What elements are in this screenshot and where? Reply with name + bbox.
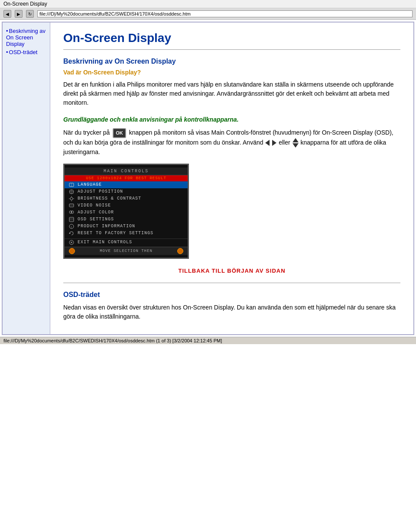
osd-menu-screen: MAIN CONTROLS USE 1280x1024 FOR BEST RES… bbox=[63, 164, 189, 259]
address-bar[interactable] bbox=[37, 10, 413, 17]
osd-footer: MOVE SELECTION THEN bbox=[65, 247, 188, 255]
osd-exit-row: EXIT MAIN CONTROLS bbox=[65, 239, 188, 246]
body-text-1: Det är en funktion i alla Philips monito… bbox=[63, 80, 400, 107]
osd-item-adjust-position: ADJUST POSITION bbox=[65, 188, 188, 195]
content-area: On-Screen Display Beskrivning av On Scre… bbox=[50, 23, 413, 334]
osd-item-label-adjust-color: ADJUST COLOR bbox=[78, 210, 114, 215]
arrow-right-icon bbox=[272, 140, 276, 146]
status-bar: file:///D|/My%20documents/dfu/B2C/SWEDIS… bbox=[0, 337, 416, 344]
osd-item-product-info: i PRODUCT INFORMATION bbox=[65, 223, 188, 230]
eller-text: eller bbox=[279, 139, 290, 146]
browser-chrome: ◀ ▶ ↻ bbox=[0, 8, 416, 20]
osd-item-label-video-noise: VIDEO NOISE bbox=[78, 203, 111, 208]
osd-reset-icon bbox=[68, 231, 75, 236]
green-heading: Grundläggande och enkla anvisningar på k… bbox=[63, 116, 400, 123]
back-button[interactable]: ◀ bbox=[3, 10, 11, 18]
tillbaka-link[interactable]: TILLBAKA TILL BÖRJAN AV SIDAN bbox=[63, 268, 400, 274]
nav-bullet-2: • bbox=[6, 49, 8, 55]
osd-tradet-heading: OSD-trädet bbox=[63, 291, 400, 299]
instruction-paragraph: När du trycker på OK knappen på monitorn… bbox=[63, 128, 400, 157]
osd-item-language: LANGUAGE bbox=[65, 181, 188, 188]
osd-item-brightness: BRIGHTNESS & CONTRAST bbox=[65, 195, 188, 202]
osd-item-adjust-color: ADJUST COLOR bbox=[65, 209, 188, 216]
section1-heading: Beskrivning av On Screen Display bbox=[63, 58, 400, 65]
instruction-text-before-ok: När du trycker på bbox=[63, 129, 110, 136]
osd-item-label-brightness: BRIGHTNESS & CONTRAST bbox=[78, 196, 141, 201]
arrow-up-icon bbox=[292, 138, 299, 142]
osd-item-osd-settings: OSD SETTINGS bbox=[65, 216, 188, 223]
nav-link-beskrivning[interactable]: •Beskrivning av On Screen Display bbox=[6, 28, 46, 47]
main-frame: •Beskrivning av On Screen Display •OSD-t… bbox=[2, 22, 414, 335]
svg-point-13 bbox=[71, 211, 74, 213]
osd-item-label-adjust-position: ADJUST POSITION bbox=[78, 189, 123, 194]
gold-question: Vad är On-Screen Display? bbox=[63, 69, 400, 76]
title-bar: On-Screen Display bbox=[0, 0, 416, 8]
svg-rect-10 bbox=[69, 204, 74, 207]
osd-bright-icon bbox=[68, 196, 75, 201]
osd-tradet-body: Nedan visas en översikt över strukturen … bbox=[63, 303, 400, 321]
osd-pos-icon bbox=[68, 189, 75, 194]
osd-lang-icon bbox=[68, 182, 75, 187]
osd-settings-icon bbox=[68, 217, 75, 222]
osd-item-label-language: LANGUAGE bbox=[78, 182, 102, 187]
osd-item-label-product-info: PRODUCT INFORMATION bbox=[78, 224, 135, 229]
status-bar-text: file:///D|/My%20documents/dfu/B2C/SWEDIS… bbox=[3, 338, 222, 343]
osd-warning: USE 1280x1024 FOR BEST RESULT bbox=[65, 175, 188, 181]
osd-title-bar: MAIN CONTROLS bbox=[65, 168, 188, 175]
arrow-down-icon bbox=[292, 143, 299, 148]
nav-link-osd-tradet[interactable]: •OSD-trädet bbox=[6, 49, 46, 55]
title-bar-text: On-Screen Display bbox=[3, 1, 47, 7]
osd-item-label-reset: RESET TO FACTORY SETTINGS bbox=[78, 231, 153, 235]
osd-circle-btn-left bbox=[69, 248, 75, 254]
osd-info-icon: i bbox=[68, 224, 75, 229]
osd-exit-label: EXIT MAIN CONTROLS bbox=[78, 240, 132, 245]
nav-bullet-1: • bbox=[6, 28, 8, 34]
osd-item-video-noise: VIDEO NOISE bbox=[65, 202, 188, 209]
svg-text:i: i bbox=[71, 225, 72, 229]
osd-circle-btn-right bbox=[177, 248, 183, 254]
ok-button-inline: OK bbox=[113, 128, 126, 138]
osd-exit-icon bbox=[68, 240, 75, 245]
osd-item-reset: RESET TO FACTORY SETTINGS bbox=[65, 230, 188, 237]
sidebar: •Beskrivning av On Screen Display •OSD-t… bbox=[3, 23, 50, 334]
osd-item-label-osd-settings: OSD SETTINGS bbox=[78, 217, 114, 222]
svg-rect-14 bbox=[69, 217, 74, 222]
svg-marker-19 bbox=[69, 232, 71, 234]
forward-button[interactable]: ▶ bbox=[15, 10, 23, 18]
section-divider-2 bbox=[63, 283, 400, 283]
osd-footer-label: MOVE SELECTION THEN bbox=[100, 249, 153, 253]
arrow-left-icon bbox=[265, 140, 270, 146]
svg-point-5 bbox=[70, 197, 73, 200]
page-title: On-Screen Display bbox=[63, 31, 400, 45]
title-divider bbox=[63, 49, 400, 50]
reload-button[interactable]: ↻ bbox=[26, 10, 34, 18]
osd-video-icon bbox=[68, 203, 75, 208]
osd-color-icon bbox=[68, 210, 75, 215]
